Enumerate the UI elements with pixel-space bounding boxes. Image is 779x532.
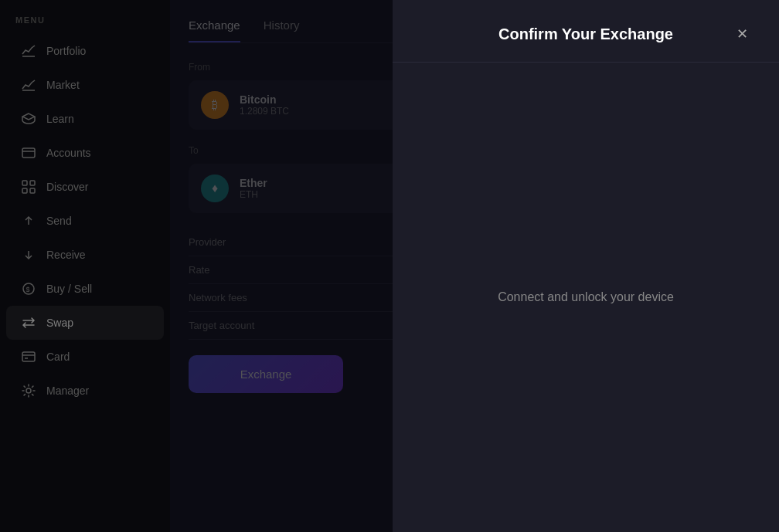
modal-title: Confirm Your Exchange: [442, 25, 730, 43]
modal-header: Confirm Your Exchange ✕: [393, 0, 779, 63]
modal-body: Connect and unlock your device: [393, 63, 779, 532]
modal-overlay: Confirm Your Exchange ✕ Connect and unlo…: [0, 0, 779, 532]
modal-close-button[interactable]: ✕: [730, 22, 754, 46]
connect-device-message: Connect and unlock your device: [498, 290, 674, 304]
confirm-exchange-modal: Confirm Your Exchange ✕ Connect and unlo…: [393, 0, 779, 532]
